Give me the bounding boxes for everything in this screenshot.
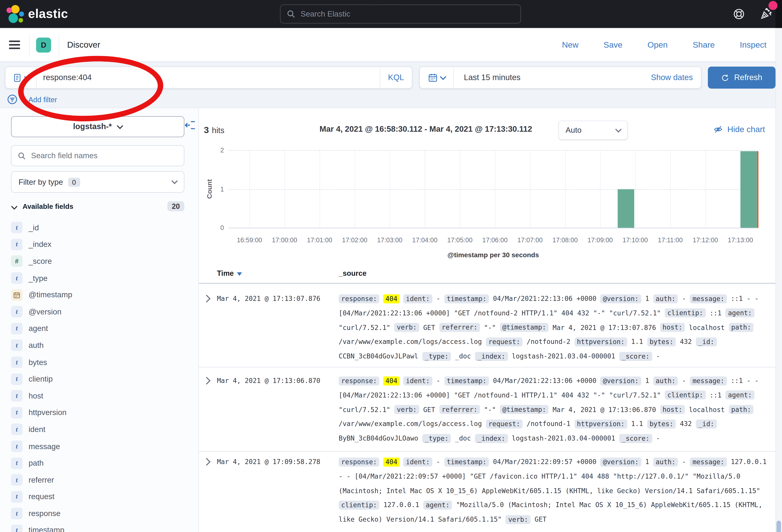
field-item-_score[interactable]: #_score xyxy=(11,253,191,270)
field-item-httpversion[interactable]: thttpversion xyxy=(11,404,191,421)
field-item-_index[interactable]: t_index xyxy=(11,236,191,253)
chart-bar-17:09:30[interactable] xyxy=(618,189,634,228)
field-item-bytes[interactable]: tbytes xyxy=(11,354,191,371)
column-header-time[interactable]: Time xyxy=(217,269,242,277)
chart-x-tick: 17:13:00 xyxy=(720,236,760,244)
sort-desc-icon xyxy=(237,272,242,276)
field-name-badge: agent: xyxy=(423,500,452,509)
filter-by-type-dropdown[interactable]: Filter by type 0 xyxy=(11,171,184,193)
highlighted-value: 404 xyxy=(383,376,399,385)
available-fields-label: Available fields xyxy=(23,202,73,210)
field-search-input[interactable]: Search field names xyxy=(11,145,184,166)
field-item-path[interactable]: tpath xyxy=(11,455,191,471)
nav-action-share[interactable]: Share xyxy=(693,40,715,50)
field-item-_id[interactable]: t_id xyxy=(11,219,191,236)
scrollbar-track[interactable] xyxy=(775,28,782,532)
index-pattern-selector[interactable]: logstash-* xyxy=(11,116,184,137)
string-field-icon: t xyxy=(11,525,23,532)
field-item-ident[interactable]: tident xyxy=(11,421,191,438)
filter-by-type-label: Filter by type xyxy=(19,178,63,187)
time-range-value[interactable]: Last 15 minutes xyxy=(454,73,521,82)
quick-select-date-button[interactable] xyxy=(420,67,454,88)
nav-action-save[interactable]: Save xyxy=(604,40,622,50)
help-lifebuoy-icon[interactable] xyxy=(732,8,745,21)
collapse-sidebar-icon[interactable] xyxy=(184,119,197,131)
app-badge[interactable]: D xyxy=(36,37,51,52)
histogram-chart: Count @timestamp per 30 seconds 16:59:00… xyxy=(228,150,758,228)
calendar-icon xyxy=(428,73,438,82)
chart-x-tick: 17:02:00 xyxy=(334,236,375,244)
chart-x-tick: 17:01:00 xyxy=(299,236,340,244)
query-input-group: response:404 KQL xyxy=(5,67,412,89)
query-input[interactable]: response:404 xyxy=(36,73,380,82)
scrollbar-thumb[interactable] xyxy=(776,521,781,532)
show-dates-link[interactable]: Show dates xyxy=(651,73,693,82)
chart-x-tick: 17:00:00 xyxy=(264,236,305,244)
field-item-agent[interactable]: tagent xyxy=(11,320,191,337)
chart-hgridline xyxy=(228,189,758,189)
refresh-button[interactable]: Refresh xyxy=(708,67,775,89)
field-item-referrer[interactable]: treferrer xyxy=(11,471,191,488)
field-name-badge: _type: xyxy=(422,434,451,443)
field-name-badge: httpversion: xyxy=(574,419,627,428)
chevron-down-icon xyxy=(24,73,30,80)
chart-x-tick: 17:11:00 xyxy=(650,236,690,244)
hide-chart-button[interactable]: Hide chart xyxy=(713,125,765,134)
field-name-badge: clientip: xyxy=(339,500,380,509)
nav-action-inspect[interactable]: Inspect xyxy=(740,40,767,50)
field-item-host[interactable]: thost xyxy=(11,387,191,404)
global-search-input[interactable]: Search Elastic xyxy=(280,5,521,24)
field-name-badge: response: xyxy=(339,376,380,385)
row-time: Mar 4, 2021 @ 17:13:07.876 xyxy=(217,292,335,306)
expand-row-chevron-icon[interactable] xyxy=(203,295,211,302)
field-search-placeholder: Search field names xyxy=(31,151,98,160)
row-source: response: 404 ident: - timestamp: 04/Mar… xyxy=(339,455,774,527)
chart-x-axis-label: @timestamp per 30 seconds xyxy=(228,251,758,259)
chart-bar-17:13:00[interactable] xyxy=(740,151,757,228)
field-name-badge: bytes: xyxy=(647,419,676,428)
field-item-clientip[interactable]: tclientip xyxy=(11,371,191,387)
field-name-badge: verb: xyxy=(394,405,419,414)
field-name: request xyxy=(29,492,55,501)
chart-x-tick: 17:09:00 xyxy=(580,236,620,244)
query-language-button[interactable]: KQL xyxy=(380,67,412,88)
field-name-badge: message: xyxy=(690,457,727,466)
nav-action-open[interactable]: Open xyxy=(647,40,668,50)
string-field-icon: t xyxy=(11,491,23,502)
hide-chart-label: Hide chart xyxy=(727,125,765,134)
field-item-_type[interactable]: t_type xyxy=(11,270,191,287)
field-name-badge: request: xyxy=(486,419,523,428)
column-header-source[interactable]: _source xyxy=(339,269,366,277)
page-title: Discover xyxy=(67,40,100,50)
expand-row-chevron-icon[interactable] xyxy=(203,377,211,385)
nav-action-new[interactable]: New xyxy=(562,40,578,50)
available-fields-header[interactable]: Available fields 20 xyxy=(11,201,184,211)
field-item-message[interactable]: tmessage xyxy=(11,438,191,455)
field-name-badge: _id: xyxy=(696,337,717,346)
field-name: path xyxy=(29,459,44,468)
saved-query-menu-button[interactable] xyxy=(6,67,37,88)
field-item-request[interactable]: trequest xyxy=(11,488,191,505)
string-field-icon: t xyxy=(11,407,23,418)
field-name-badge: _index: xyxy=(475,352,508,361)
field-item-timestamp[interactable]: ttimestamp xyxy=(11,522,191,532)
field-item-@version[interactable]: t@version xyxy=(11,303,191,320)
add-filter-button[interactable]: + Add filter xyxy=(7,94,57,105)
news-party-popper-icon[interactable] xyxy=(759,8,773,21)
saved-query-icon xyxy=(12,73,22,82)
chart-x-tick: 17:07:00 xyxy=(510,236,550,244)
expand-row-chevron-icon[interactable] xyxy=(203,458,211,466)
row-divider xyxy=(199,367,775,368)
field-name-badge: @timestamp: xyxy=(500,405,549,414)
field-name-badge: auth: xyxy=(653,294,678,303)
interval-select[interactable]: Auto xyxy=(559,121,628,140)
chart-x-tick: 17:06:00 xyxy=(475,236,515,244)
string-field-icon: t xyxy=(11,239,23,250)
chart-hgridline xyxy=(228,150,758,151)
field-item-response[interactable]: tresponse xyxy=(11,505,191,522)
field-item-@timestamp[interactable]: @timestamp xyxy=(11,287,191,303)
time-column-label: Time xyxy=(217,269,234,277)
menu-hamburger-icon[interactable] xyxy=(9,41,20,49)
field-item-auth[interactable]: tauth xyxy=(11,337,191,354)
elastic-logo-icon[interactable] xyxy=(7,5,25,23)
